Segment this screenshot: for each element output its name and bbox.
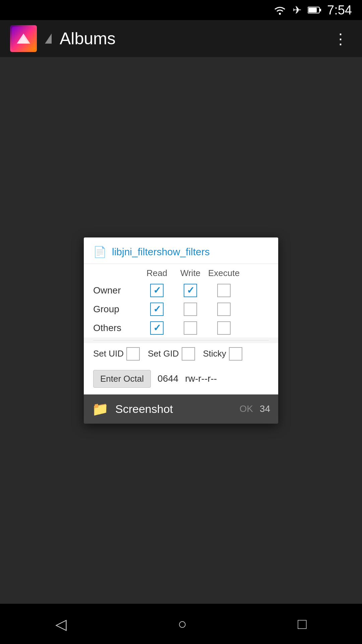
- permissions-dialog: 📄 libjni_filtershow_filters Read Write E…: [84, 237, 278, 394]
- svg-rect-4: [308, 8, 317, 12]
- app-logo: [12, 27, 35, 50]
- dialog-title: libjni_filtershow_filters: [112, 246, 210, 258]
- others-write-checkbox[interactable]: [184, 321, 197, 335]
- divider: [93, 340, 269, 340]
- setuid-checkbox[interactable]: [126, 347, 140, 361]
- header-write: Write: [174, 268, 207, 278]
- file-icon: 📄: [93, 246, 107, 258]
- overflow-menu-button[interactable]: ⋮: [330, 27, 352, 51]
- app-icon: [10, 25, 37, 52]
- owner-label: Owner: [93, 285, 140, 296]
- owner-read-checkbox[interactable]: [150, 284, 164, 297]
- app-bar: Albums ⋮: [0, 20, 362, 57]
- group-read-cell: [140, 303, 174, 316]
- owner-execute-cell: [207, 284, 241, 297]
- svg-rect-3: [319, 9, 321, 11]
- header-read: Read: [140, 268, 174, 278]
- others-write-cell: [174, 321, 207, 335]
- setgid-label: Set GID: [148, 348, 179, 359]
- folder-row[interactable]: 📁 Screenshot OK 34: [84, 394, 278, 424]
- group-row: Group: [84, 300, 278, 319]
- group-write-checkbox[interactable]: [184, 303, 197, 316]
- main-content: 📄 libjni_filtershow_filters Read Write E…: [0, 57, 362, 604]
- header-execute: Execute: [207, 268, 241, 278]
- back-button[interactable]: ◁: [42, 612, 80, 636]
- octal-value: 0644: [158, 373, 178, 384]
- setuid-label: Set UID: [93, 348, 124, 359]
- owner-execute-checkbox[interactable]: [217, 284, 231, 297]
- setgid-checkbox[interactable]: [182, 347, 195, 361]
- folder-icon: 📁: [92, 401, 109, 417]
- group-write-cell: [174, 303, 207, 316]
- status-bar: ✈ 7:54: [0, 0, 362, 20]
- signal-strength-icon: [45, 34, 52, 44]
- card-container: 📄 libjni_filtershow_filters Read Write E…: [84, 237, 278, 424]
- airplane-icon: ✈: [293, 4, 302, 16]
- owner-write-cell: [174, 284, 207, 297]
- dialog-title-bar: 📄 libjni_filtershow_filters: [84, 237, 278, 264]
- recent-apps-button[interactable]: □: [284, 612, 320, 636]
- others-execute-cell: [207, 321, 241, 335]
- group-execute-checkbox[interactable]: [217, 303, 231, 316]
- sticky-label: Sticky: [203, 348, 226, 359]
- setgid-item: Set GID: [148, 347, 195, 361]
- others-read-checkbox[interactable]: [150, 321, 164, 335]
- permissions-header-row: Read Write Execute: [84, 264, 278, 281]
- setuid-item: Set UID: [93, 347, 140, 361]
- group-read-checkbox[interactable]: [150, 303, 164, 316]
- ok-label[interactable]: OK: [239, 404, 253, 414]
- screenshot-count: 34: [260, 404, 270, 414]
- app-title: Albums: [60, 29, 322, 48]
- group-label: Group: [93, 304, 140, 315]
- wifi-icon: [273, 5, 287, 15]
- home-button[interactable]: ○: [164, 612, 200, 636]
- owner-row: Owner: [84, 281, 278, 300]
- sticky-checkbox[interactable]: [229, 347, 242, 361]
- status-icons: ✈ 7:54: [273, 3, 352, 17]
- status-time: 7:54: [327, 3, 352, 17]
- others-execute-checkbox[interactable]: [217, 321, 231, 335]
- battery-icon: [308, 6, 321, 14]
- enter-octal-button[interactable]: Enter Octal: [93, 370, 151, 388]
- folder-name: Screenshot: [115, 402, 233, 416]
- others-row: Others: [84, 319, 278, 337]
- nav-bar: ◁ ○ □: [0, 604, 362, 644]
- sticky-item: Sticky: [203, 347, 242, 361]
- owner-read-cell: [140, 284, 174, 297]
- svg-point-1: [279, 13, 281, 15]
- owner-write-checkbox[interactable]: [184, 284, 197, 297]
- header-label-col: [93, 268, 140, 278]
- others-read-cell: [140, 321, 174, 335]
- octal-perms-string: rw-r--r--: [185, 373, 217, 384]
- group-execute-cell: [207, 303, 241, 316]
- others-label: Others: [93, 323, 140, 333]
- octal-row: Enter Octal 0644 rw-r--r--: [84, 365, 278, 394]
- special-perms-row: Set UID Set GID Sticky: [84, 343, 278, 365]
